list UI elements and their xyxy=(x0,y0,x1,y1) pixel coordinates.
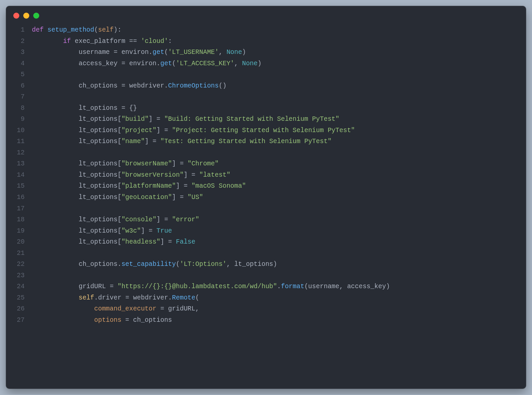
code-line[interactable]: 9 lt_options["build"] = "Build: Getting … xyxy=(6,114,526,125)
line-content[interactable]: gridURL = "https://{}:{}@hub.lambdatest.… xyxy=(32,281,526,293)
line-content[interactable]: lt_options["browserName"] = "Chrome" xyxy=(32,158,526,170)
close-button[interactable] xyxy=(13,13,19,19)
line-content[interactable]: lt_options["console"] = "error" xyxy=(32,214,526,226)
line-content[interactable]: self.driver = webdriver.Remote( xyxy=(32,293,526,304)
code-window: 1def setup_method(self):2 if exec_platfo… xyxy=(6,6,526,389)
code-line[interactable]: 8 lt_options = {} xyxy=(6,103,526,114)
code-line[interactable]: 1def setup_method(self): xyxy=(6,25,526,36)
code-line[interactable]: 14 lt_options["browserVersion"] = "lates… xyxy=(6,170,526,181)
line-content[interactable]: lt_options["headless"] = False xyxy=(32,237,526,248)
line-number: 19 xyxy=(6,226,32,237)
line-number: 4 xyxy=(6,58,32,70)
line-content[interactable]: command_executor = gridURL, xyxy=(32,303,526,315)
line-content[interactable]: lt_options["name"] = "Test: Getting Star… xyxy=(32,136,526,147)
line-content[interactable]: ch_options = webdriver.ChromeOptions() xyxy=(32,81,526,92)
line-number: 20 xyxy=(6,237,32,248)
line-number: 2 xyxy=(6,36,32,47)
line-content[interactable]: def setup_method(self): xyxy=(32,25,526,36)
line-number: 22 xyxy=(6,259,32,270)
line-content[interactable]: lt_options["platformName"] = "macOS Sono… xyxy=(32,181,526,192)
code-line[interactable]: 27 options = ch_options xyxy=(6,315,526,326)
code-line[interactable]: 5 xyxy=(6,69,526,81)
code-line[interactable]: 17 xyxy=(6,203,526,215)
code-line[interactable]: 6 ch_options = webdriver.ChromeOptions() xyxy=(6,81,526,92)
titlebar xyxy=(6,6,526,24)
line-content[interactable]: options = ch_options xyxy=(32,315,526,326)
line-number: 9 xyxy=(6,114,32,125)
line-content[interactable]: lt_options["browserVersion"] = "latest" xyxy=(32,170,526,181)
code-line[interactable]: 2 if exec_platform == 'cloud': xyxy=(6,36,526,47)
line-number: 15 xyxy=(6,181,32,192)
line-number: 23 xyxy=(6,270,32,282)
line-number: 24 xyxy=(6,281,32,293)
code-line[interactable]: 4 access_key = environ.get('LT_ACCESS_KE… xyxy=(6,58,526,70)
minimize-button[interactable] xyxy=(23,13,29,19)
line-number: 8 xyxy=(6,103,32,114)
line-number: 21 xyxy=(6,248,32,259)
line-content[interactable]: username = environ.get('LT_USERNAME', No… xyxy=(32,47,526,58)
code-line[interactable]: 7 xyxy=(6,92,526,103)
line-number: 12 xyxy=(6,147,32,159)
line-content[interactable]: lt_options = {} xyxy=(32,103,526,114)
line-content[interactable] xyxy=(32,248,526,259)
line-content[interactable] xyxy=(32,69,526,81)
code-line[interactable]: 3 username = environ.get('LT_USERNAME', … xyxy=(6,47,526,58)
code-line[interactable]: 18 lt_options["console"] = "error" xyxy=(6,214,526,226)
line-number: 5 xyxy=(6,69,32,81)
code-line[interactable]: 12 xyxy=(6,147,526,159)
line-number: 27 xyxy=(6,315,32,326)
line-content[interactable]: lt_options["project"] = "Project: Gettin… xyxy=(32,125,526,136)
line-number: 25 xyxy=(6,293,32,304)
line-content[interactable] xyxy=(32,92,526,103)
code-line[interactable]: 26 command_executor = gridURL, xyxy=(6,303,526,315)
code-line[interactable]: 20 lt_options["headless"] = False xyxy=(6,237,526,248)
code-line[interactable]: 24 gridURL = "https://{}:{}@hub.lambdate… xyxy=(6,281,526,293)
line-content[interactable] xyxy=(32,203,526,215)
line-content[interactable] xyxy=(32,270,526,282)
line-number: 16 xyxy=(6,192,32,203)
line-number: 17 xyxy=(6,203,32,215)
line-content[interactable]: lt_options["build"] = "Build: Getting St… xyxy=(32,114,526,125)
code-line[interactable]: 13 lt_options["browserName"] = "Chrome" xyxy=(6,158,526,170)
line-content[interactable]: ch_options.set_capability('LT:Options', … xyxy=(32,259,526,270)
line-number: 26 xyxy=(6,303,32,315)
line-content[interactable]: lt_options["geoLocation"] = "US" xyxy=(32,192,526,203)
line-number: 11 xyxy=(6,136,32,147)
code-line[interactable]: 21 xyxy=(6,248,526,259)
code-line[interactable]: 10 lt_options["project"] = "Project: Get… xyxy=(6,125,526,136)
zoom-button[interactable] xyxy=(33,13,39,19)
line-content[interactable]: lt_options["w3c"] = True xyxy=(32,226,526,237)
line-number: 1 xyxy=(6,25,32,36)
code-line[interactable]: 15 lt_options["platformName"] = "macOS S… xyxy=(6,181,526,192)
code-line[interactable]: 25 self.driver = webdriver.Remote( xyxy=(6,293,526,304)
line-content[interactable] xyxy=(32,147,526,159)
code-line[interactable]: 16 lt_options["geoLocation"] = "US" xyxy=(6,192,526,203)
code-line[interactable]: 23 xyxy=(6,270,526,282)
code-line[interactable]: 19 lt_options["w3c"] = True xyxy=(6,226,526,237)
line-number: 6 xyxy=(6,81,32,92)
line-number: 7 xyxy=(6,92,32,103)
line-number: 18 xyxy=(6,214,32,226)
line-number: 14 xyxy=(6,170,32,181)
code-line[interactable]: 11 lt_options["name"] = "Test: Getting S… xyxy=(6,136,526,147)
code-editor[interactable]: 1def setup_method(self):2 if exec_platfo… xyxy=(6,24,526,333)
line-content[interactable]: if exec_platform == 'cloud': xyxy=(32,36,526,47)
line-number: 10 xyxy=(6,125,32,136)
line-content[interactable]: access_key = environ.get('LT_ACCESS_KEY'… xyxy=(32,58,526,70)
code-line[interactable]: 22 ch_options.set_capability('LT:Options… xyxy=(6,259,526,270)
line-number: 13 xyxy=(6,158,32,170)
line-number: 3 xyxy=(6,47,32,58)
